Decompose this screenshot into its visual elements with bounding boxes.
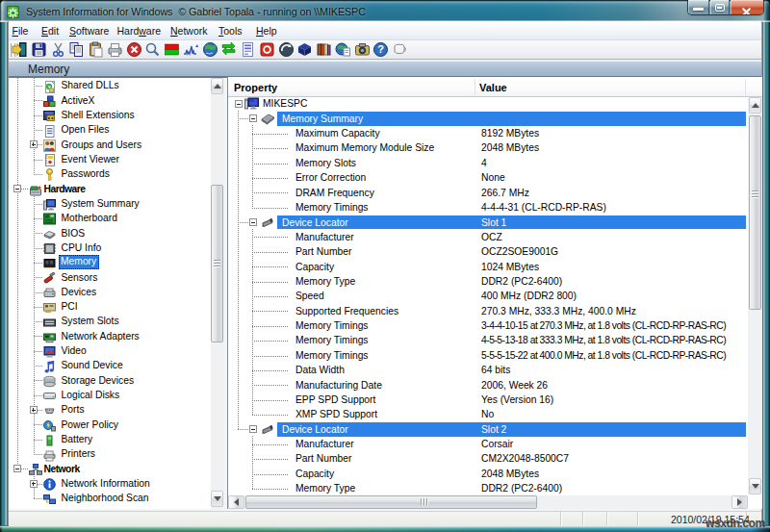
svg-text:?: ? — [378, 43, 385, 55]
